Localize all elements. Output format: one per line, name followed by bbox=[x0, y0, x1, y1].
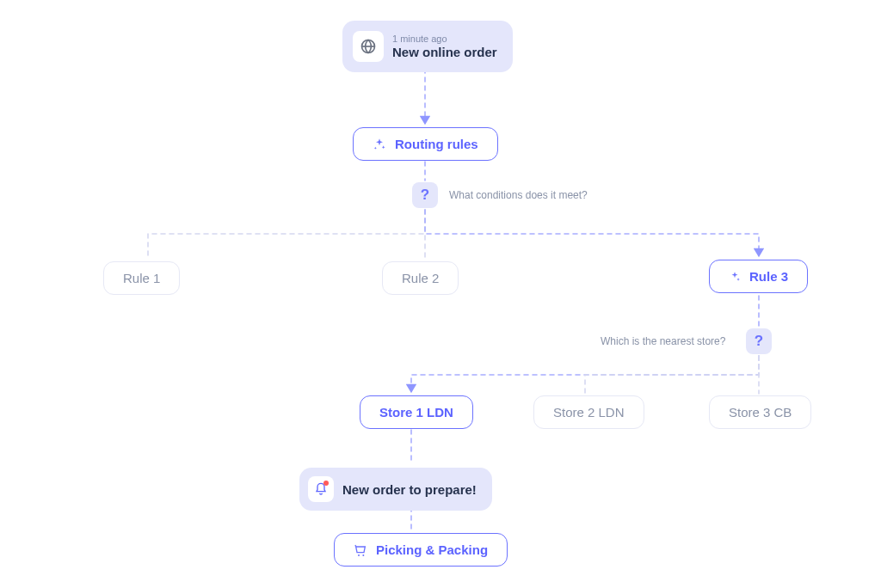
rule-1-node[interactable]: Rule 1 bbox=[103, 261, 180, 295]
picking-packing-node[interactable]: Picking & Packing bbox=[334, 533, 508, 567]
decision-conditions: ? bbox=[412, 182, 438, 208]
store-2-node[interactable]: Store 2 LDN bbox=[533, 395, 644, 429]
routing-rules-label: Routing rules bbox=[395, 137, 478, 151]
rule-label: Rule 1 bbox=[123, 271, 160, 285]
routing-rules-node[interactable]: Routing rules bbox=[353, 127, 498, 161]
rule-label: Rule 3 bbox=[749, 269, 788, 284]
question-mark-icon: ? bbox=[421, 187, 429, 204]
store-label: Store 1 LDN bbox=[379, 405, 453, 420]
picking-label: Picking & Packing bbox=[376, 542, 488, 557]
globe-icon bbox=[353, 31, 384, 62]
cart-icon bbox=[354, 543, 367, 557]
store-1-node[interactable]: Store 1 LDN bbox=[360, 395, 473, 429]
flow-canvas: 1 minute ago New online order Routing ru… bbox=[0, 0, 881, 588]
rule-3-node[interactable]: Rule 3 bbox=[709, 260, 808, 293]
event-time: 1 minute ago bbox=[392, 34, 497, 44]
notification-dot bbox=[323, 481, 329, 486]
notification-card: New order to prepare! bbox=[299, 468, 492, 511]
sparkle-icon bbox=[373, 138, 386, 151]
rule-label: Rule 2 bbox=[402, 271, 439, 285]
notification-title: New order to prepare! bbox=[342, 482, 477, 497]
event-title: New online order bbox=[392, 45, 497, 59]
decision-nearest: ? bbox=[746, 328, 772, 354]
event-new-order: 1 minute ago New online order bbox=[342, 21, 513, 72]
rule-2-node[interactable]: Rule 2 bbox=[382, 261, 459, 295]
store-label: Store 3 CB bbox=[729, 405, 792, 420]
store-3-node[interactable]: Store 3 CB bbox=[709, 395, 811, 429]
bell-icon bbox=[308, 476, 334, 502]
question-mark-icon: ? bbox=[755, 333, 763, 350]
decision-nearest-label: Which is the nearest store? bbox=[601, 335, 725, 347]
store-label: Store 2 LDN bbox=[553, 405, 625, 420]
sparkle-icon bbox=[729, 271, 741, 283]
decision-conditions-label: What conditions does it meet? bbox=[449, 189, 588, 201]
